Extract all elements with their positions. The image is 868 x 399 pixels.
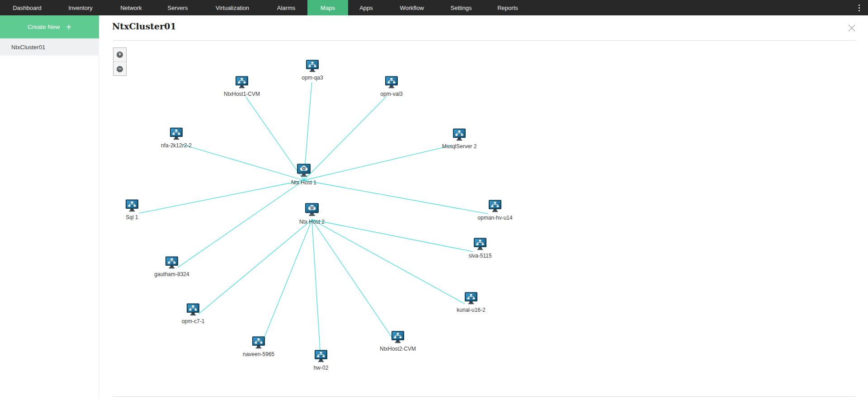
map-node-ntx-host-1[interactable]: Ntx Host 1 xyxy=(279,164,329,186)
map-node-gautham-8324[interactable]: gautham-8324 xyxy=(147,256,197,277)
node-label: Sql 1 xyxy=(126,214,138,221)
node-label: opm-qa3 xyxy=(302,75,323,81)
map-node-opm-qa3[interactable]: opm-qa3 xyxy=(288,60,337,81)
server-monitor-icon xyxy=(252,336,265,351)
node-label: siva-5115 xyxy=(468,253,491,259)
map-node-opm-val3[interactable]: opm-val3 xyxy=(367,76,416,97)
node-label: hw-02 xyxy=(314,365,329,371)
map-node-ntxhost2-cvm[interactable]: NtxHost2-CVM xyxy=(373,331,423,352)
node-label: nfa-2k12r2-2 xyxy=(161,142,192,149)
server-monitor-icon xyxy=(488,200,502,214)
map-node-sql-1[interactable]: Sql 1 xyxy=(107,199,157,221)
server-monitor-icon xyxy=(453,128,466,143)
node-label: Ntx Host 2 xyxy=(299,219,325,225)
server-monitor-icon xyxy=(165,256,179,271)
plus-icon: + xyxy=(117,52,123,58)
node-label: gautham-8324 xyxy=(154,271,189,277)
server-monitor-icon xyxy=(235,76,249,90)
host-cloud-gear-icon xyxy=(297,164,311,179)
node-label: kunal-u16-2 xyxy=(457,307,485,313)
server-monitor-icon xyxy=(170,127,183,142)
server-monitor-icon xyxy=(464,292,478,306)
node-label: naveen-5965 xyxy=(243,351,274,357)
map-node-opm-c7-1[interactable]: opm-c7-1 xyxy=(168,303,218,324)
zoom-out-button[interactable]: − xyxy=(113,62,126,76)
server-monitor-icon xyxy=(391,331,405,345)
map-node-opman-hv-u14[interactable]: opman-hv-u14 xyxy=(470,200,520,221)
map-node-nfa-2k12r2-2[interactable]: nfa-2k12r2-2 xyxy=(151,127,201,149)
server-monitor-icon xyxy=(473,238,487,252)
node-label: Ntx Host 1 xyxy=(291,179,316,186)
node-label: opman-hv-u14 xyxy=(477,215,512,221)
server-monitor-icon xyxy=(186,303,200,318)
node-label: opm-c7-1 xyxy=(182,318,205,324)
node-label: NtxHost1-CVM xyxy=(224,91,260,97)
minus-icon: − xyxy=(117,66,123,72)
map-node-ntx-host-2[interactable]: Ntx Host 2 xyxy=(287,203,337,225)
node-label: MssqlServer 2 xyxy=(442,143,477,150)
map-node-kunal-u16-2[interactable]: kunal-u16-2 xyxy=(446,292,496,313)
topology-map: opm-qa3 NtxHost1-CVM opm-val3 nfa-2k12 xyxy=(0,0,868,399)
server-monitor-icon xyxy=(314,350,328,364)
map-node-naveen-5965[interactable]: naveen-5965 xyxy=(234,336,283,357)
map-node-siva-5115[interactable]: siva-5115 xyxy=(455,238,505,259)
map-zoom-control: + − xyxy=(113,47,127,76)
map-node-ntxhost1-cvm[interactable]: NtxHost1-CVM xyxy=(217,76,267,97)
server-monitor-icon xyxy=(385,76,398,90)
host-cloud-gear-icon xyxy=(305,203,319,218)
server-monitor-icon xyxy=(125,199,139,214)
zoom-in-button[interactable]: + xyxy=(113,48,126,62)
node-label: opm-val3 xyxy=(380,91,402,97)
map-node-mssqlserver-2[interactable]: MssqlServer 2 xyxy=(434,128,484,150)
node-label: NtxHost2-CVM xyxy=(380,346,416,352)
server-monitor-icon xyxy=(306,60,319,74)
map-node-hw-02[interactable]: hw-02 xyxy=(296,350,346,371)
